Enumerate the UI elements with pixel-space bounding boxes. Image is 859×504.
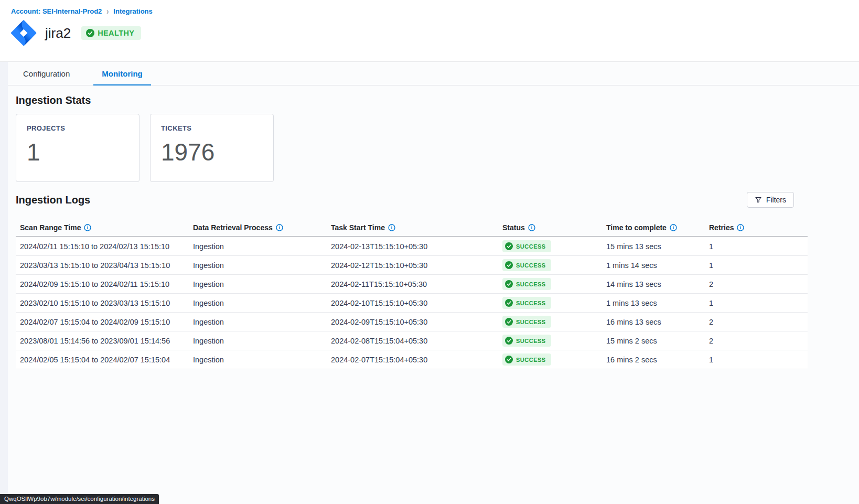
ingestion-log-row[interactable]: 2023/03/13 15:15:10 to 2023/04/13 15:15:… — [16, 256, 808, 275]
cell-data-retrieval-process: Ingestion — [189, 242, 327, 251]
info-icon[interactable] — [276, 224, 283, 231]
info-icon[interactable] — [670, 224, 677, 231]
cell-status: SUCCESS — [498, 240, 602, 252]
cell-status: SUCCESS — [498, 278, 602, 290]
tabbar: Configuration Monitoring — [8, 62, 859, 85]
integration-title: jira2 — [45, 25, 71, 41]
col-data-retrieval-process: Data Retrieval Process — [189, 223, 327, 232]
status-label: SUCCESS — [516, 357, 546, 363]
cell-retries: 1 — [705, 356, 808, 364]
tab-configuration[interactable]: Configuration — [15, 62, 78, 85]
status-label: SUCCESS — [516, 300, 546, 306]
tab-monitoring[interactable]: Monitoring — [93, 62, 151, 85]
status-success-badge: SUCCESS — [502, 297, 551, 309]
status-success-badge: SUCCESS — [502, 240, 551, 252]
breadcrumb-chevron-icon: › — [106, 6, 109, 16]
check-circle-icon — [505, 242, 513, 250]
left-gutter — [0, 62, 8, 504]
health-status-badge: HEALTHY — [81, 26, 141, 40]
ingestion-logs-table: Scan Range Time Data Retrieval Process T… — [16, 219, 808, 369]
cell-time-to-complete: 16 mins 2 secs — [602, 356, 705, 364]
filters-button[interactable]: Filters — [747, 192, 794, 208]
cell-status: SUCCESS — [498, 297, 602, 309]
page-header: Account: SEI-Internal-Prod2 › Integratio… — [0, 0, 859, 62]
stat-value: 1 — [27, 138, 128, 166]
cell-status: SUCCESS — [498, 259, 602, 271]
url-preview-tooltip: QwqOSllWp9ob7w/module/sei/configuration/… — [0, 494, 159, 504]
status-success-badge: SUCCESS — [502, 335, 551, 347]
ingestion-log-row[interactable]: 2023/08/01 15:14:56 to 2023/09/01 15:14:… — [16, 331, 808, 350]
cell-data-retrieval-process: Ingestion — [189, 318, 327, 326]
col-time-to-complete: Time to complete — [602, 223, 705, 232]
stat-label: TICKETS — [161, 124, 263, 132]
status-success-badge: SUCCESS — [502, 278, 551, 290]
cell-time-to-complete: 1 mins 14 secs — [602, 261, 705, 270]
col-task-start-time: Task Start Time — [327, 223, 498, 232]
filters-button-label: Filters — [766, 196, 786, 204]
info-icon[interactable] — [84, 224, 91, 231]
check-circle-icon — [505, 337, 513, 345]
check-circle-icon — [86, 29, 94, 37]
cell-task-start-time: 2024-02-10T15:15:10+05:30 — [327, 299, 498, 307]
info-icon[interactable] — [737, 224, 744, 231]
cell-task-start-time: 2024-02-08T15:15:04+05:30 — [327, 337, 498, 345]
status-label: SUCCESS — [516, 262, 546, 269]
cell-data-retrieval-process: Ingestion — [189, 299, 327, 307]
cell-time-to-complete: 1 mins 13 secs — [602, 299, 705, 307]
status-success-badge: SUCCESS — [502, 353, 551, 366]
col-scan-range-time: Scan Range Time — [16, 223, 189, 232]
status-label: SUCCESS — [516, 319, 546, 325]
stats-cards: PROJECTS 1 TICKETS 1976 — [16, 114, 808, 182]
cell-task-start-time: 2024-02-09T15:15:10+05:30 — [327, 318, 498, 326]
ingestion-log-row[interactable]: 2024/02/09 15:15:10 to 2024/02/11 15:15:… — [16, 275, 808, 294]
check-circle-icon — [505, 356, 513, 363]
cell-retries: 2 — [705, 280, 808, 288]
cell-time-to-complete: 15 mins 2 secs — [602, 337, 705, 345]
check-circle-icon — [505, 261, 513, 269]
info-icon[interactable] — [528, 224, 535, 231]
info-icon[interactable] — [388, 224, 395, 231]
cell-time-to-complete: 15 mins 13 secs — [602, 242, 705, 251]
cell-scan-range-time: 2024/02/07 15:15:04 to 2024/02/09 15:15:… — [16, 318, 189, 326]
ingestion-stats-heading: Ingestion Stats — [16, 94, 808, 106]
cell-scan-range-time: 2023/02/10 15:15:10 to 2023/03/13 15:15:… — [16, 299, 189, 307]
cell-status: SUCCESS — [498, 316, 602, 328]
ingestion-log-row[interactable]: 2024/02/07 15:15:04 to 2024/02/09 15:15:… — [16, 313, 808, 331]
status-success-badge: SUCCESS — [502, 316, 551, 328]
cell-task-start-time: 2024-02-11T15:15:10+05:30 — [327, 280, 498, 288]
cell-scan-range-time: 2023/08/01 15:14:56 to 2023/09/01 15:14:… — [16, 337, 189, 345]
cell-retries: 1 — [705, 299, 808, 307]
ingestion-log-row[interactable]: 2024/02/05 15:15:04 to 2024/02/07 15:15:… — [16, 350, 808, 369]
cell-retries: 2 — [705, 318, 808, 326]
cell-status: SUCCESS — [498, 335, 602, 347]
breadcrumb-integrations-link[interactable]: Integrations — [113, 7, 152, 15]
cell-data-retrieval-process: Ingestion — [189, 280, 327, 288]
ingestion-log-row[interactable]: 2024/02/11 15:15:10 to 2024/02/13 15:15:… — [16, 237, 808, 256]
check-circle-icon — [505, 318, 513, 326]
table-header-row: Scan Range Time Data Retrieval Process T… — [16, 219, 808, 237]
cell-task-start-time: 2024-02-13T15:15:10+05:30 — [327, 242, 498, 251]
check-circle-icon — [505, 280, 513, 288]
status-label: SUCCESS — [516, 281, 546, 287]
cell-scan-range-time: 2024/02/09 15:15:10 to 2024/02/11 15:15:… — [16, 280, 189, 288]
cell-scan-range-time: 2024/02/05 15:15:04 to 2024/02/07 15:15:… — [16, 356, 189, 364]
cell-scan-range-time: 2024/02/11 15:15:10 to 2024/02/13 15:15:… — [16, 242, 189, 251]
table-body: 2024/02/11 15:15:10 to 2024/02/13 15:15:… — [16, 237, 808, 369]
cell-task-start-time: 2024-02-12T15:15:10+05:30 — [327, 261, 498, 270]
ingestion-logs-heading: Ingestion Logs — [16, 194, 90, 206]
health-status-label: HEALTHY — [98, 29, 134, 37]
col-status: Status — [498, 223, 602, 232]
jira-logo-icon — [11, 20, 37, 46]
stat-card-tickets: TICKETS 1976 — [150, 114, 274, 182]
status-label: SUCCESS — [516, 338, 546, 344]
status-success-badge: SUCCESS — [502, 259, 551, 271]
cell-data-retrieval-process: Ingestion — [189, 337, 327, 345]
stat-value: 1976 — [161, 138, 263, 166]
cell-scan-range-time: 2023/03/13 15:15:10 to 2023/04/13 15:15:… — [16, 261, 189, 270]
cell-retries: 1 — [705, 242, 808, 251]
breadcrumb-account-link[interactable]: Account: SEI-Internal-Prod2 — [11, 7, 102, 15]
cell-data-retrieval-process: Ingestion — [189, 261, 327, 270]
cell-data-retrieval-process: Ingestion — [189, 356, 327, 364]
ingestion-log-row[interactable]: 2023/02/10 15:15:10 to 2023/03/13 15:15:… — [16, 294, 808, 313]
cell-time-to-complete: 16 mins 13 secs — [602, 318, 705, 326]
